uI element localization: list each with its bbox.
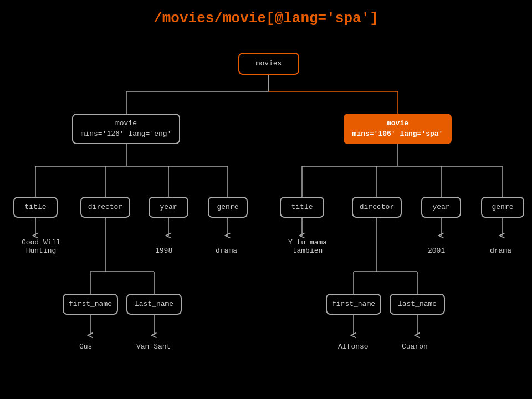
- diagram: /movies/movie[@lang='spa']: [0, 0, 532, 399]
- firstname-eng-node: first_name: [63, 294, 118, 315]
- title-spa-node: title: [280, 197, 324, 218]
- genre-spa-node: genre: [481, 197, 524, 218]
- gus-text: Gus: [79, 342, 92, 351]
- genre-eng-node: genre: [208, 197, 248, 218]
- movies-node: movies: [238, 53, 299, 75]
- goodwill-text: Good Will Hunting: [13, 238, 69, 255]
- director-spa-node: director: [352, 197, 402, 218]
- year2001-text: 2001: [428, 247, 445, 255]
- lastname-eng-node: last_name: [126, 294, 182, 315]
- page-title: /movies/movie[@lang='spa']: [0, 10, 532, 27]
- drama-spa-text: drama: [490, 247, 511, 255]
- title-eng-node: title: [13, 197, 58, 218]
- year-spa-node: year: [421, 197, 461, 218]
- movie-eng-node: movie mins='126' lang='eng': [72, 114, 180, 144]
- year-eng-node: year: [149, 197, 188, 218]
- firstname-spa-node: first_name: [326, 294, 381, 315]
- year1998-text: 1998: [155, 247, 172, 255]
- cuaron-text: Cuaron: [402, 342, 428, 351]
- lastname-spa-node: last_name: [390, 294, 445, 315]
- alfonso-text: Alfonso: [338, 342, 369, 351]
- ytuma-text: Y tu mama tambien: [280, 238, 335, 255]
- director-eng-node: director: [80, 197, 130, 218]
- movie-spa-node: movie mins='106' lang='spa': [344, 114, 452, 144]
- drama-eng-text: drama: [216, 247, 237, 255]
- vansant-text: Van Sant: [136, 342, 171, 351]
